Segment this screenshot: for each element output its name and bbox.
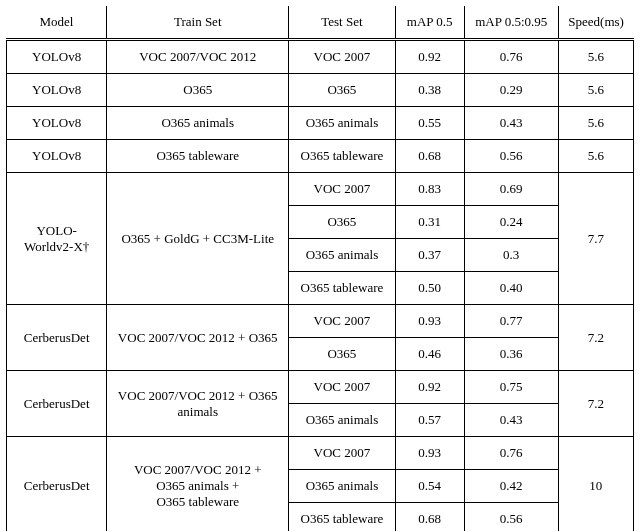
train-line: O365 tableware	[156, 494, 239, 509]
train-line: O365 animals +	[156, 478, 239, 493]
cell-map5095: 0.42	[464, 470, 558, 503]
cell-speed: 7.2	[558, 371, 633, 437]
cell-map5095: 0.29	[464, 74, 558, 107]
table-row: YOLOv8 O365 animals O365 animals 0.55 0.…	[7, 107, 634, 140]
cell-map5095: 0.69	[464, 173, 558, 206]
cell-test: O365 tableware	[289, 503, 396, 532]
train-line: VOC 2007/VOC 2012 +	[134, 462, 262, 477]
cell-map50: 0.50	[395, 272, 464, 305]
cell-map5095: 0.76	[464, 40, 558, 74]
col-train: Train Set	[107, 6, 289, 40]
cell-train: O365 tableware	[107, 140, 289, 173]
cell-map5095: 0.43	[464, 107, 558, 140]
table-row: CerberusDet VOC 2007/VOC 2012 + O365 ani…	[7, 371, 634, 404]
cell-map5095: 0.36	[464, 338, 558, 371]
cell-map5095: 0.3	[464, 239, 558, 272]
cell-map50: 0.55	[395, 107, 464, 140]
cell-test: O365 tableware	[289, 272, 396, 305]
cell-map50: 0.68	[395, 140, 464, 173]
cell-speed: 5.6	[558, 140, 633, 173]
cell-model: YOLO-Worldv2-X†	[7, 173, 107, 305]
cell-test: VOC 2007	[289, 305, 396, 338]
cell-map50: 0.92	[395, 40, 464, 74]
cell-speed: 10	[558, 437, 633, 532]
cell-map50: 0.57	[395, 404, 464, 437]
cell-model: YOLOv8	[7, 107, 107, 140]
cell-test: VOC 2007	[289, 371, 396, 404]
cell-speed: 7.7	[558, 173, 633, 305]
cell-train: VOC 2007/VOC 2012 + O365	[107, 305, 289, 371]
cell-test: O365 animals	[289, 239, 396, 272]
cell-train: VOC 2007/VOC 2012 + O365 animals	[107, 371, 289, 437]
col-test: Test Set	[289, 6, 396, 40]
cell-map5095: 0.40	[464, 272, 558, 305]
cell-model: CerberusDet	[7, 437, 107, 532]
cell-speed: 7.2	[558, 305, 633, 371]
cell-map50: 0.38	[395, 74, 464, 107]
cell-speed: 5.6	[558, 107, 633, 140]
cell-model: CerberusDet	[7, 371, 107, 437]
cell-map5095: 0.56	[464, 503, 558, 532]
cell-train: O365 + GoldG + CC3M-Lite	[107, 173, 289, 305]
table-row: YOLOv8 VOC 2007/VOC 2012 VOC 2007 0.92 0…	[7, 40, 634, 74]
col-map5095: mAP 0.5:0.95	[464, 6, 558, 40]
table-header-row: Model Train Set Test Set mAP 0.5 mAP 0.5…	[7, 6, 634, 40]
cell-train: VOC 2007/VOC 2012	[107, 40, 289, 74]
cell-map50: 0.31	[395, 206, 464, 239]
cell-map50: 0.83	[395, 173, 464, 206]
cell-test: O365	[289, 206, 396, 239]
cell-map5095: 0.43	[464, 404, 558, 437]
cell-map50: 0.37	[395, 239, 464, 272]
cell-map50: 0.54	[395, 470, 464, 503]
cell-test: VOC 2007	[289, 173, 396, 206]
cell-map5095: 0.75	[464, 371, 558, 404]
cell-speed: 5.6	[558, 40, 633, 74]
cell-test: O365 animals	[289, 470, 396, 503]
cell-train: VOC 2007/VOC 2012 + O365 animals + O365 …	[107, 437, 289, 532]
col-model: Model	[7, 6, 107, 40]
cell-map50: 0.68	[395, 503, 464, 532]
table-row: YOLOv8 O365 O365 0.38 0.29 5.6	[7, 74, 634, 107]
results-table: Model Train Set Test Set mAP 0.5 mAP 0.5…	[6, 6, 634, 531]
cell-map50: 0.93	[395, 305, 464, 338]
cell-train: O365 animals	[107, 107, 289, 140]
cell-test: VOC 2007	[289, 40, 396, 74]
table-row: YOLO-Worldv2-X† O365 + GoldG + CC3M-Lite…	[7, 173, 634, 206]
cell-map5095: 0.56	[464, 140, 558, 173]
cell-test: VOC 2007	[289, 437, 396, 470]
cell-test: O365 animals	[289, 404, 396, 437]
cell-test: O365	[289, 338, 396, 371]
cell-train: O365	[107, 74, 289, 107]
cell-model: CerberusDet	[7, 305, 107, 371]
cell-test: O365	[289, 74, 396, 107]
table-row: YOLOv8 O365 tableware O365 tableware 0.6…	[7, 140, 634, 173]
cell-map5095: 0.76	[464, 437, 558, 470]
cell-map5095: 0.24	[464, 206, 558, 239]
cell-model: YOLOv8	[7, 140, 107, 173]
cell-speed: 5.6	[558, 74, 633, 107]
cell-map5095: 0.77	[464, 305, 558, 338]
cell-map50: 0.92	[395, 371, 464, 404]
table-row: CerberusDet VOC 2007/VOC 2012 + O365 ani…	[7, 437, 634, 470]
cell-test: O365 animals	[289, 107, 396, 140]
cell-map50: 0.93	[395, 437, 464, 470]
cell-map50: 0.46	[395, 338, 464, 371]
cell-model: YOLOv8	[7, 74, 107, 107]
table-row: CerberusDet VOC 2007/VOC 2012 + O365 VOC…	[7, 305, 634, 338]
cell-model: YOLOv8	[7, 40, 107, 74]
col-speed: Speed(ms)	[558, 6, 633, 40]
cell-test: O365 tableware	[289, 140, 396, 173]
col-map50: mAP 0.5	[395, 6, 464, 40]
